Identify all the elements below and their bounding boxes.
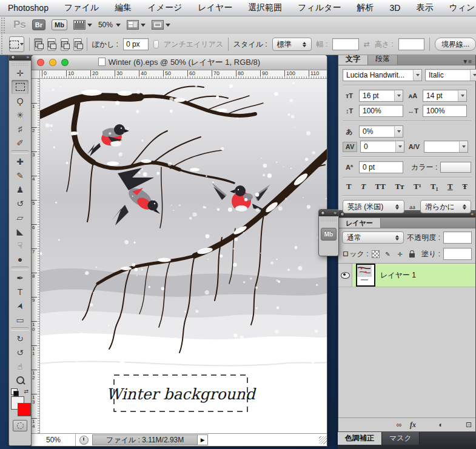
selection-mode-intersect-button[interactable]	[73, 38, 82, 51]
adjustment-layer-icon[interactable]: ◐	[437, 421, 445, 429]
status-zoom-field[interactable]: 50%	[32, 434, 76, 446]
current-tool-preset[interactable]	[9, 36, 24, 52]
font-size-select[interactable]: 16 pt	[359, 90, 403, 102]
selection-mode-add-button[interactable]	[47, 38, 56, 51]
small-caps-button[interactable]: Tᴛ	[395, 182, 404, 191]
view-extras-button[interactable]	[73, 20, 92, 30]
panel-menu-icon[interactable]: ▼≡	[462, 58, 472, 65]
fill-input[interactable]	[443, 248, 472, 260]
menu-item[interactable]: 編集	[107, 2, 139, 13]
window-resize-grip[interactable]	[319, 436, 327, 444]
strikethrough-button[interactable]: Ŧ	[462, 182, 468, 191]
antialias-select[interactable]: 滑らかに	[420, 200, 471, 213]
menu-item[interactable]: ファイル	[56, 2, 107, 13]
refine-edge-button[interactable]: 境界線...	[435, 38, 476, 51]
lasso-tool[interactable]: Ϙ	[12, 94, 28, 108]
eyedropper-tool[interactable]: ✐	[12, 136, 28, 150]
vertical-ruler[interactable]: 1234567891011121314	[32, 79, 40, 433]
tool-divider[interactable]	[11, 150, 29, 154]
selection-mode-subtract-button[interactable]	[61, 38, 69, 51]
menu-item[interactable]: イメージ	[139, 2, 190, 13]
menu-item[interactable]: 解析	[349, 2, 382, 13]
shape-tool[interactable]: ▭	[12, 313, 28, 327]
vertical-scale-input[interactable]: 100%	[359, 105, 403, 117]
style-select[interactable]: 標準	[272, 38, 312, 51]
quick-mask-button[interactable]	[13, 420, 27, 431]
arrange-documents-button[interactable]	[127, 20, 146, 30]
expand-panel-icon[interactable]: »	[334, 211, 337, 216]
menu-item[interactable]: 3D	[382, 3, 409, 13]
brush-tool[interactable]: ✎	[12, 168, 28, 182]
eraser-tool[interactable]: ▱	[12, 210, 28, 224]
pen-tool[interactable]: ✒	[12, 271, 28, 285]
lock-position-button[interactable]: ✛	[396, 250, 404, 258]
expand-panel-icon[interactable]: »	[27, 55, 29, 60]
document-titlebar[interactable]: Winter (6).eps @ 50% (レイヤー 1, RGB/8)	[32, 55, 327, 70]
selection-mode-new-button[interactable]	[34, 38, 42, 51]
background-color-swatch[interactable]	[18, 403, 31, 416]
zoom-level-select[interactable]: 50%	[98, 21, 121, 29]
smudge-tool[interactable]: ☟	[12, 238, 28, 252]
faux-bold-button[interactable]: T	[346, 182, 352, 191]
3d-orbit-tool[interactable]: ↺	[12, 345, 28, 359]
layer-row[interactable]: レイヤー 1	[338, 264, 475, 287]
clone-stamp-tool[interactable]: ♟	[12, 182, 28, 196]
menu-item[interactable]: 選択範囲	[240, 2, 290, 13]
horizontal-scale-input[interactable]: 100%	[423, 105, 467, 117]
default-colors-icon[interactable]	[11, 388, 18, 395]
paint-bucket-tool[interactable]: ◣	[12, 224, 28, 238]
layer-visibility-toggle[interactable]	[338, 264, 352, 287]
tool-divider[interactable]	[11, 267, 29, 270]
height-input[interactable]	[398, 38, 425, 50]
language-select[interactable]: 英語 (米国)	[343, 200, 404, 213]
crop-tool[interactable]: ♯	[12, 122, 28, 136]
font-family-select[interactable]: Lucida Handwrit...	[343, 69, 422, 81]
swap-colors-icon[interactable]: ⇄	[24, 388, 28, 394]
close-icon[interactable]	[11, 55, 15, 59]
menu-item[interactable]: Photoshop	[0, 3, 56, 13]
opacity-input[interactable]	[443, 231, 472, 244]
hand-tool[interactable]: ☝	[12, 359, 28, 373]
feather-input[interactable]: 0 px	[123, 38, 149, 50]
history-brush-tool[interactable]: ↺	[12, 196, 28, 210]
tracking-select[interactable]: 0	[360, 141, 404, 153]
move-tool[interactable]: ✛	[12, 66, 28, 80]
layer-style-icon[interactable]: fx	[409, 421, 417, 430]
healing-brush-tool[interactable]: ✚	[12, 155, 28, 168]
tab-masks[interactable]: マスク	[382, 432, 420, 445]
menu-item[interactable]: 表示	[408, 2, 441, 13]
tsume-select[interactable]: 0%	[359, 125, 403, 138]
layer-thumbnail[interactable]	[356, 264, 375, 287]
tool-divider[interactable]	[11, 327, 29, 331]
launch-mini-bridge-button[interactable]: Mb	[52, 19, 67, 30]
layer-name[interactable]: レイヤー 1	[380, 270, 416, 281]
zoom-tool[interactable]	[12, 373, 28, 387]
subscript-button[interactable]: T₁	[431, 182, 438, 191]
menu-item[interactable]: ウィンドウ	[441, 2, 476, 13]
all-caps-button[interactable]: TT	[375, 182, 386, 191]
lock-all-button[interactable]	[408, 250, 417, 258]
screen-mode-button[interactable]	[152, 20, 170, 30]
lock-transparency-button[interactable]	[372, 250, 380, 258]
width-input[interactable]	[332, 38, 359, 50]
quick-selection-tool[interactable]: ✳	[12, 108, 28, 122]
collapse-panel-icon[interactable]: «	[471, 212, 474, 217]
mini-bridge-button[interactable]: Mb	[321, 228, 337, 241]
blur-tool[interactable]: ●	[12, 252, 28, 266]
launch-bridge-button[interactable]: Br	[32, 19, 45, 30]
faux-italic-button[interactable]: T	[361, 182, 366, 191]
rectangular-marquee-tool[interactable]	[12, 80, 28, 94]
horizontal-ruler[interactable]: 0102030405060708090100110	[40, 70, 327, 78]
baseline-shift-input[interactable]: 0 pt	[359, 161, 403, 173]
menu-item[interactable]: レイヤー	[190, 2, 240, 13]
close-icon[interactable]	[321, 211, 325, 215]
ruler-corner[interactable]	[32, 70, 40, 78]
3d-rotate-tool[interactable]: ↻	[12, 331, 28, 345]
blend-mode-select[interactable]: 通常	[342, 231, 404, 244]
tab-layers[interactable]: レイヤー	[338, 218, 381, 228]
tab-adjustments[interactable]: 色調補正	[338, 432, 382, 445]
status-options-button[interactable]: ▶	[198, 434, 208, 445]
link-layers-icon[interactable]: ∞	[395, 421, 403, 429]
underline-button[interactable]: T	[448, 182, 453, 191]
superscript-button[interactable]: T¹	[414, 182, 421, 191]
